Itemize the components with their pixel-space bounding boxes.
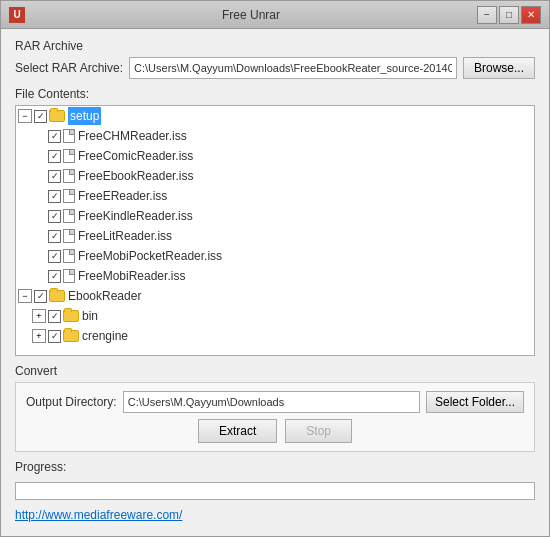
tree-item-label: FreeLitReader.iss [78, 227, 172, 245]
tree-checkbox[interactable] [48, 330, 61, 343]
output-label: Output Directory: [26, 395, 117, 409]
app-icon: U [9, 7, 25, 23]
output-row: Output Directory: Select Folder... [26, 391, 524, 413]
tree-row[interactable]: FreeComicReader.iss [30, 146, 534, 166]
rar-row: Select RAR Archive: Browse... [15, 57, 535, 79]
file-icon [63, 209, 75, 223]
tree-checkbox[interactable] [48, 170, 61, 183]
progress-bar-container [15, 482, 535, 500]
tree-row[interactable]: FreeMobiPocketReader.iss [30, 246, 534, 266]
tree-row[interactable]: − setup [16, 106, 534, 126]
file-icon [63, 169, 75, 183]
tree-row[interactable]: FreeMobiReader.iss [30, 266, 534, 286]
rar-archive-section: RAR Archive Select RAR Archive: Browse..… [15, 39, 535, 79]
main-window: U Free Unrar − □ ✕ RAR Archive Select RA… [0, 0, 550, 537]
tree-checkbox[interactable] [34, 290, 47, 303]
tree-item-label: FreeEReader.iss [78, 187, 167, 205]
tree-checkbox[interactable] [48, 270, 61, 283]
tree-item-label: setup [68, 107, 101, 125]
expander-placeholder [32, 269, 46, 283]
tree-item-label: crengine [82, 327, 128, 345]
tree-item-label: FreeEbookReader.iss [78, 167, 193, 185]
tree-item-label: FreeMobiReader.iss [78, 267, 185, 285]
expander-icon[interactable]: + [32, 329, 46, 343]
progress-section: Progress: [15, 460, 535, 500]
tree-row[interactable]: + crengine [30, 326, 534, 346]
rar-archive-input[interactable] [129, 57, 457, 79]
tree-item-label: bin [82, 307, 98, 325]
tree-checkbox[interactable] [34, 110, 47, 123]
expander-icon[interactable]: + [32, 309, 46, 323]
convert-section: Convert Output Directory: Select Folder.… [15, 364, 535, 452]
tree-checkbox[interactable] [48, 230, 61, 243]
tree-row[interactable]: FreeLitReader.iss [30, 226, 534, 246]
file-icon [63, 189, 75, 203]
file-tree[interactable]: − setup FreeCHMReader.iss Fr [15, 105, 535, 356]
expander-placeholder [32, 169, 46, 183]
convert-section-label: Convert [15, 364, 535, 378]
expander-placeholder [32, 149, 46, 163]
close-button[interactable]: ✕ [521, 6, 541, 24]
expander-icon[interactable]: − [18, 109, 32, 123]
folder-icon [63, 310, 79, 322]
tree-item-label: EbookReader [68, 287, 141, 305]
rar-field-label: Select RAR Archive: [15, 61, 123, 75]
window-title: Free Unrar [25, 8, 477, 22]
tree-checkbox[interactable] [48, 250, 61, 263]
tree-checkbox[interactable] [48, 190, 61, 203]
folder-icon [49, 110, 65, 122]
tree-row[interactable]: + bin [30, 306, 534, 326]
maximize-button[interactable]: □ [499, 6, 519, 24]
expander-icon[interactable]: − [18, 289, 32, 303]
window-controls: − □ ✕ [477, 6, 541, 24]
file-contents-section: File Contents: − setup FreeCHMReader.iss [15, 87, 535, 356]
file-icon [63, 149, 75, 163]
file-icon [63, 229, 75, 243]
tree-item-label: FreeKindleReader.iss [78, 207, 193, 225]
tree-row[interactable]: FreeEbookReader.iss [30, 166, 534, 186]
tree-checkbox[interactable] [48, 310, 61, 323]
convert-box: Output Directory: Select Folder... Extra… [15, 382, 535, 452]
extract-button[interactable]: Extract [198, 419, 277, 443]
tree-row[interactable]: FreeEReader.iss [30, 186, 534, 206]
browse-button[interactable]: Browse... [463, 57, 535, 79]
minimize-button[interactable]: − [477, 6, 497, 24]
tree-item-label: FreeCHMReader.iss [78, 127, 187, 145]
window-body: RAR Archive Select RAR Archive: Browse..… [1, 29, 549, 536]
expander-placeholder [32, 209, 46, 223]
tree-row[interactable]: − EbookReader [16, 286, 534, 306]
tree-row[interactable]: FreeCHMReader.iss [30, 126, 534, 146]
action-row: Extract Stop [26, 419, 524, 443]
expander-placeholder [32, 229, 46, 243]
title-bar: U Free Unrar − □ ✕ [1, 1, 549, 29]
file-icon [63, 129, 75, 143]
select-folder-button[interactable]: Select Folder... [426, 391, 524, 413]
folder-icon [63, 330, 79, 342]
file-icon [63, 249, 75, 263]
website-link[interactable]: http://www.mediafreeware.com/ [15, 508, 182, 522]
tree-checkbox[interactable] [48, 130, 61, 143]
footer-link-row: http://www.mediafreeware.com/ [15, 508, 535, 526]
expander-placeholder [32, 249, 46, 263]
tree-checkbox[interactable] [48, 210, 61, 223]
stop-button[interactable]: Stop [285, 419, 352, 443]
progress-label: Progress: [15, 460, 535, 474]
file-icon [63, 269, 75, 283]
tree-item-label: FreeMobiPocketReader.iss [78, 247, 222, 265]
expander-placeholder [32, 189, 46, 203]
file-contents-label: File Contents: [15, 87, 535, 101]
folder-icon [49, 290, 65, 302]
expander-placeholder [32, 129, 46, 143]
tree-item-label: FreeComicReader.iss [78, 147, 193, 165]
tree-row[interactable]: FreeKindleReader.iss [30, 206, 534, 226]
output-directory-input[interactable] [123, 391, 420, 413]
tree-checkbox[interactable] [48, 150, 61, 163]
rar-section-label: RAR Archive [15, 39, 535, 53]
